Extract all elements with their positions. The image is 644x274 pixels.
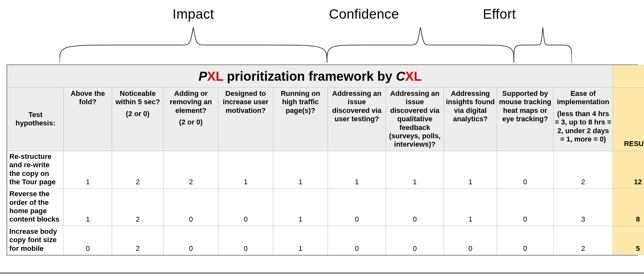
header-add-remove-sub: (2 or 0) [165, 118, 217, 126]
value-cell: 1 [444, 188, 497, 226]
title-result-spacer [613, 65, 644, 87]
value-cell: 2 [112, 188, 164, 226]
header-result: RESULT [613, 87, 644, 151]
result-cell: 8 [613, 188, 644, 226]
framework-table: PXL prioritization framework by CXL Test… [6, 64, 638, 256]
result-cell: 5 [613, 226, 644, 255]
header-mouse-track: Supported by mouse tracking heat maps or… [497, 87, 553, 151]
value-cell: 0 [386, 188, 444, 226]
value-cell: 2 [553, 226, 613, 255]
header-user-testing: Addressing an issue discovered via user … [328, 87, 386, 151]
group-label-confidence: Confidence [303, 6, 425, 22]
value-cell: 2 [112, 151, 164, 188]
header-qualitative: Addressing an issue discovered via quali… [386, 87, 444, 151]
header-ease-sub: (less than 4 hrs = 3, up to 8 hrs = 2, u… [555, 110, 611, 144]
title-xl1: XL [207, 69, 223, 83]
value-cell: 1 [218, 151, 273, 188]
value-cell: 0 [328, 226, 386, 255]
header-test-hypothesis: Test hypothesis: [7, 87, 64, 151]
title-c: C [396, 69, 405, 83]
value-cell: 0 [328, 188, 386, 226]
value-cell: 1 [444, 151, 497, 188]
group-label-effort: Effort [457, 6, 541, 22]
header-noticeable-text: Noticeable within 5 sec? [115, 89, 160, 106]
value-cell: 0 [497, 151, 553, 188]
page-rule [0, 273, 644, 273]
value-cell: 1 [386, 151, 444, 188]
title-xl2: XL [405, 69, 422, 83]
header-noticeable-sub: (2 or 0) [113, 110, 162, 118]
value-cell: 2 [164, 151, 218, 188]
header-above-fold: Above the fold? [64, 87, 112, 151]
value-cell: 1 [273, 151, 328, 188]
value-cell: 0 [164, 226, 218, 255]
title-mid: prioritization framework by [223, 69, 396, 83]
value-cell: 1 [273, 188, 328, 226]
header-motivation: Designed to increase user motivation? [218, 87, 273, 151]
header-high-traffic: Running on high traffic page(s)? [273, 87, 328, 151]
value-cell: 0 [164, 188, 218, 226]
value-cell: 0 [218, 188, 273, 226]
header-add-remove: Adding or removing an element? (2 or 0) [164, 87, 218, 151]
header-analytics: Addressing insights found via digital an… [444, 87, 497, 151]
brace-impact-icon [60, 26, 327, 64]
table-row: Reverse the order of the home page conte… [7, 188, 644, 226]
value-cell: 1 [64, 188, 112, 226]
header-add-remove-text: Adding or removing an element? [170, 89, 212, 114]
title-p: P [198, 69, 207, 83]
header-ease-text: Ease of implementation [557, 89, 610, 106]
header-ease: Ease of implementation (less than 4 hrs … [553, 87, 613, 151]
group-label-impact: Impact [151, 6, 235, 22]
value-cell: 1 [64, 151, 112, 188]
table-body: Re-structure and re-write the copy on th… [7, 151, 644, 255]
table-row: Re-structure and re-write the copy on th… [7, 151, 644, 188]
table-title-row: PXL prioritization framework by CXL [7, 65, 644, 87]
hypothesis-cell: Reverse the order of the home page conte… [7, 188, 64, 226]
value-cell: 0 [386, 226, 444, 255]
value-cell: 2 [553, 151, 613, 188]
table-row: Increase body copy font size for mobile … [7, 226, 644, 255]
hypothesis-cell: Re-structure and re-write the copy on th… [7, 151, 64, 188]
table-title: PXL prioritization framework by CXL [7, 65, 613, 87]
value-cell: 0 [497, 188, 553, 226]
value-cell: 0 [64, 226, 112, 255]
result-cell: 12 [613, 151, 644, 188]
diagram-canvas: Impact Confidence Effort PXL prioritizat… [0, 0, 644, 274]
value-cell: 1 [328, 151, 386, 188]
brace-effort-icon [514, 26, 572, 64]
table-header-row: Test hypothesis: Above the fold? Noticea… [7, 87, 644, 151]
value-cell: 0 [497, 226, 553, 255]
value-cell: 0 [444, 226, 497, 255]
value-cell: 2 [112, 226, 164, 255]
brace-confidence-icon [327, 26, 514, 64]
value-cell: 0 [218, 226, 273, 255]
header-noticeable: Noticeable within 5 sec? (2 or 0) [112, 87, 164, 151]
hypothesis-cell: Increase body copy font size for mobile [7, 226, 64, 255]
value-cell: 3 [553, 188, 613, 226]
value-cell: 1 [273, 226, 328, 255]
